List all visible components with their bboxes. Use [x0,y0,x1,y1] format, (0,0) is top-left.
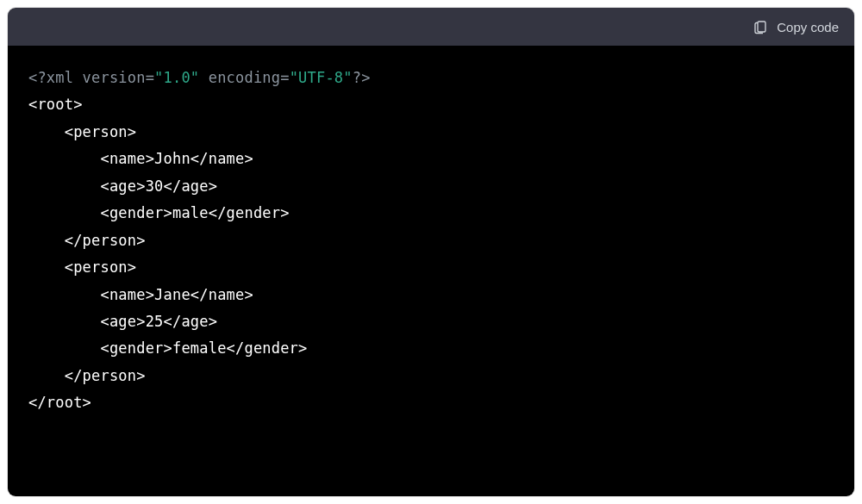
name-open-tag: <name> [100,150,154,167]
person-close-tag: </person> [65,367,146,384]
code-block: Copy code <?xml version="1.0" encoding="… [7,7,855,497]
xml-decl-open: <?xml [28,69,73,86]
gender-value: female [172,339,227,357]
gender-close-tag: </gender> [209,204,290,221]
name-value: John [154,150,191,167]
name-open-tag: <name> [100,286,154,303]
age-close-tag: </age> [164,177,218,195]
indent [28,313,100,330]
age-value: 25 [146,313,164,330]
gender-open-tag: <gender> [100,204,172,221]
code-header: Copy code [8,8,854,46]
indent [28,258,65,276]
age-value: 30 [146,177,164,195]
age-open-tag: <age> [100,177,145,195]
person-open-tag: <person> [65,123,136,140]
xml-decl-close: ?> [353,69,371,86]
copy-code-label: Copy code [777,20,839,34]
indent [28,123,65,140]
copy-code-button[interactable]: Copy code [753,19,839,34]
person-close-tag: </person> [65,232,146,249]
indent [28,286,100,303]
xml-encoding-val: "UTF-8" [290,69,353,86]
age-open-tag: <age> [100,313,145,330]
gender-open-tag: <gender> [100,339,172,357]
gender-value: male [172,204,209,221]
root-close-tag: </root> [28,394,91,411]
code-body: <?xml version="1.0" encoding="UTF-8"?> <… [8,46,854,496]
svg-rect-0 [758,22,765,32]
code-content: <?xml version="1.0" encoding="UTF-8"?> <… [28,65,834,417]
name-close-tag: </name> [191,286,253,303]
indent [28,177,100,195]
age-close-tag: </age> [164,313,218,330]
name-close-tag: </name> [191,150,253,167]
name-value: Jane [154,286,191,303]
indent [28,367,65,384]
xml-encoding-attr: encoding= [199,69,289,86]
indent [28,339,100,357]
person-open-tag: <person> [65,258,136,276]
xml-version-val: "1.0" [154,69,199,86]
clipboard-icon [753,19,768,34]
indent [28,150,100,167]
xml-version-attr: version= [73,69,154,86]
indent [28,232,65,249]
indent [28,204,100,221]
root-open-tag: <root> [28,96,83,113]
gender-close-tag: </gender> [227,339,308,357]
